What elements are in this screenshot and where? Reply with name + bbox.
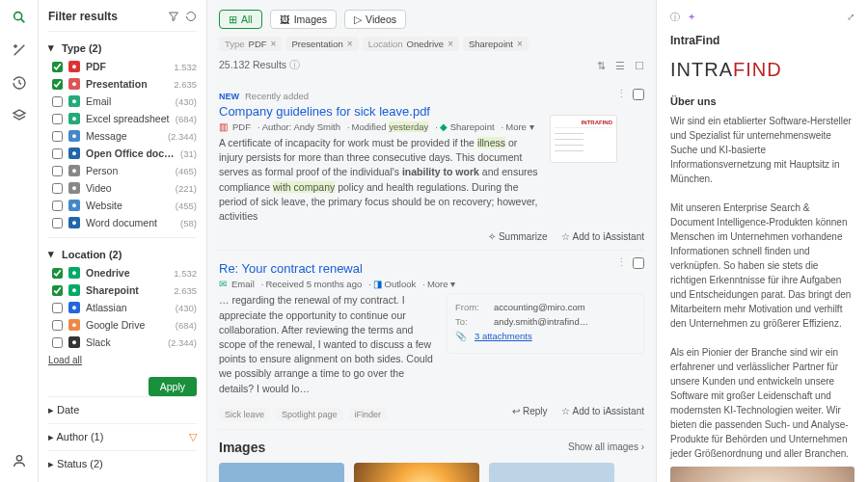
apply-button[interactable]: Apply bbox=[149, 377, 197, 396]
facet-row[interactable]: ●Word document(58) bbox=[52, 214, 197, 231]
select-icon[interactable]: ☐ bbox=[635, 60, 644, 71]
facet-collapsed[interactable]: ▸ Status (2) bbox=[48, 450, 197, 477]
facet-row[interactable]: ●Slack(2.344) bbox=[52, 334, 197, 351]
grid-icon: ⊞ bbox=[229, 13, 237, 25]
layers-icon[interactable] bbox=[12, 108, 27, 123]
user-icon[interactable] bbox=[12, 453, 27, 469]
ppt-icon: ● bbox=[68, 78, 80, 90]
facet-row[interactable]: ●Google Drive(684) bbox=[52, 316, 197, 334]
facet-collapsed[interactable]: ▸ Date bbox=[48, 396, 197, 423]
filter-reset-icon[interactable] bbox=[185, 11, 197, 22]
facet-checkbox[interactable] bbox=[52, 285, 63, 296]
image-thumbnail[interactable] bbox=[354, 463, 479, 482]
result-checkbox[interactable] bbox=[633, 257, 644, 269]
view-videos-pill[interactable]: ▷Videos bbox=[344, 10, 406, 29]
facet-checkbox[interactable] bbox=[52, 79, 63, 90]
facet-row[interactable]: ●Open Office document(31) bbox=[52, 145, 197, 162]
facet-checkbox[interactable] bbox=[52, 303, 63, 313]
history-icon[interactable] bbox=[12, 75, 27, 91]
sp-icon: ● bbox=[68, 284, 80, 296]
reply-button[interactable]: ↩ Reply bbox=[512, 406, 548, 416]
show-all-images-link[interactable]: Show all images › bbox=[568, 442, 644, 452]
image-thumbnail[interactable] bbox=[219, 463, 344, 482]
sort-icon[interactable]: ⇅ bbox=[597, 60, 606, 71]
view-toolbar: ⊞All 🖼Images ▷Videos bbox=[219, 10, 644, 29]
info-icon[interactable]: ⓘ bbox=[670, 10, 680, 24]
facet-checkbox[interactable] bbox=[52, 201, 63, 211]
facet-row[interactable]: ●Presentation2.635 bbox=[52, 75, 197, 93]
tag[interactable]: Sick leave bbox=[219, 408, 270, 421]
person-icon: ● bbox=[68, 165, 80, 176]
tag[interactable]: iFinder bbox=[349, 408, 388, 421]
facet-checkbox[interactable] bbox=[52, 218, 63, 228]
sparkle-icon[interactable]: ✦ bbox=[688, 10, 695, 24]
more-icon[interactable]: ⋮ bbox=[616, 256, 627, 269]
image-icon: 🖼 bbox=[280, 13, 290, 25]
facet-row[interactable]: ●Excel spreadsheet(684) bbox=[52, 110, 197, 127]
images-section-head: Images Show all images › bbox=[219, 440, 644, 455]
result-item: ⋮ NEWRecently added Company guidelines f… bbox=[219, 82, 644, 251]
filter-chip: Location Onedrive × bbox=[363, 37, 459, 51]
video-icon: ▷ bbox=[354, 13, 362, 25]
at-icon: ● bbox=[68, 302, 80, 313]
layout-icon[interactable]: ☰ bbox=[615, 60, 625, 71]
result-meta: ✉Email Received 5 months ago ◨ Outlook M… bbox=[219, 279, 644, 289]
facet-checkbox[interactable] bbox=[52, 114, 63, 124]
mail-icon: ● bbox=[68, 95, 80, 107]
filter-chip: Presentation × bbox=[285, 37, 358, 51]
facet-collapsed[interactable]: ▸ Author (1)▽ bbox=[48, 423, 197, 450]
facet-row[interactable]: ●Atlassian(430) bbox=[52, 299, 197, 316]
summarize-button[interactable]: ✧ Summarize bbox=[488, 231, 548, 242]
image-thumbnail[interactable] bbox=[489, 463, 614, 482]
detail-logo: INTRAFIND bbox=[670, 55, 854, 84]
search-icon[interactable] bbox=[12, 10, 27, 25]
sharepoint-icon: ◆ bbox=[440, 121, 448, 132]
facet-checkbox[interactable] bbox=[52, 337, 63, 348]
more-icon[interactable]: ⋮ bbox=[616, 88, 627, 100]
result-thumbnail[interactable]: INTRAFIND———————————————————————— bbox=[550, 115, 617, 163]
facet-row[interactable]: ●Website(455) bbox=[52, 197, 197, 214]
chip-remove-icon[interactable]: × bbox=[271, 39, 277, 49]
load-all-link[interactable]: Load all bbox=[48, 355, 197, 365]
result-title[interactable]: Re: Your contract renewal bbox=[219, 261, 644, 276]
chevron-down-icon: ▾ bbox=[48, 248, 56, 260]
info-icon[interactable]: ⓘ bbox=[289, 59, 300, 70]
chip-remove-icon[interactable]: × bbox=[517, 39, 523, 49]
facet-checkbox[interactable] bbox=[52, 268, 63, 279]
more-dropdown[interactable]: More ▾ bbox=[500, 121, 534, 132]
svg-point-0 bbox=[14, 13, 21, 20]
pdf-icon: ▥ bbox=[219, 121, 228, 132]
facet-checkbox[interactable] bbox=[52, 320, 63, 331]
facet-row[interactable]: ●Onedrive1.532 bbox=[52, 264, 197, 281]
expand-icon[interactable]: ⤢ bbox=[847, 10, 854, 24]
facet-location-toggle[interactable]: ▾ Location (2) bbox=[48, 244, 197, 264]
tools-icon[interactable] bbox=[12, 42, 27, 58]
attachment-icon: 📎 bbox=[455, 331, 467, 341]
facet-row[interactable]: ●Video(221) bbox=[52, 179, 197, 197]
tag[interactable]: Spotlight page bbox=[276, 408, 343, 421]
view-all-pill[interactable]: ⊞All bbox=[219, 10, 262, 29]
filter-funnel-icon[interactable] bbox=[168, 11, 179, 22]
odoc-icon: ● bbox=[68, 147, 80, 159]
add-assistant-button[interactable]: ☆ Add to iAssistant bbox=[561, 406, 644, 416]
facet-checkbox[interactable] bbox=[52, 62, 63, 72]
add-assistant-button[interactable]: ☆ Add to iAssistant bbox=[561, 231, 644, 242]
result-tags: Sick leaveSpotlight pageiFinder bbox=[219, 408, 387, 421]
facet-checkbox[interactable] bbox=[52, 131, 63, 142]
attachments-link[interactable]: 3 attachments bbox=[475, 331, 532, 341]
facet-checkbox[interactable] bbox=[52, 166, 63, 176]
facet-row[interactable]: ●Message(2.344) bbox=[52, 127, 197, 145]
facet-type-toggle[interactable]: ▾ Type (2) bbox=[48, 38, 197, 58]
chip-remove-icon[interactable]: × bbox=[347, 39, 353, 49]
facet-row[interactable]: ●Person(465) bbox=[52, 162, 197, 179]
facet-checkbox[interactable] bbox=[52, 148, 63, 159]
more-dropdown[interactable]: More ▾ bbox=[420, 279, 455, 289]
view-images-pill[interactable]: 🖼Images bbox=[270, 10, 337, 29]
result-checkbox[interactable] bbox=[633, 89, 644, 100]
facet-checkbox[interactable] bbox=[52, 183, 63, 194]
facet-row[interactable]: ●Email(430) bbox=[52, 93, 197, 110]
facet-checkbox[interactable] bbox=[52, 96, 63, 107]
facet-row[interactable]: ●PDF1.532 bbox=[52, 58, 197, 75]
facet-row[interactable]: ●Sharepoint2.635 bbox=[52, 281, 197, 299]
chip-remove-icon[interactable]: × bbox=[448, 39, 453, 49]
